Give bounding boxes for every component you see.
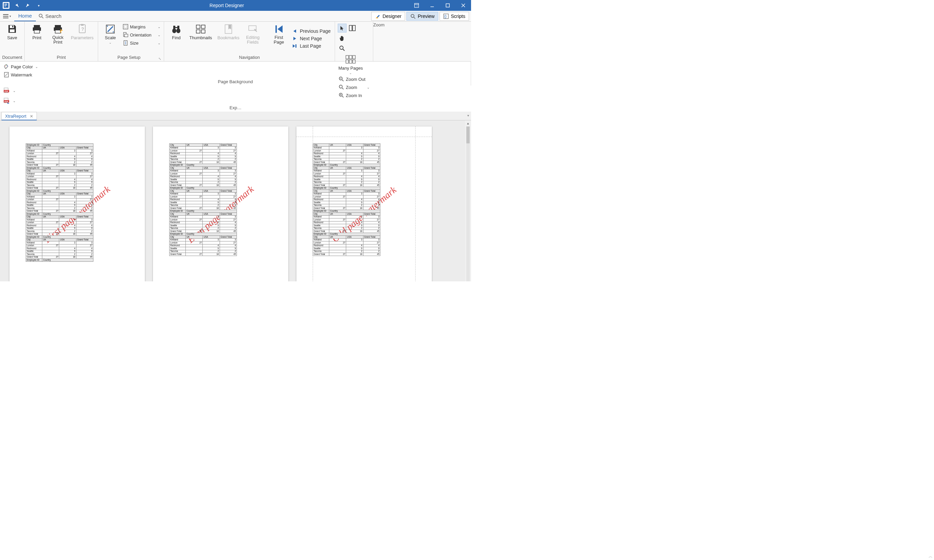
svg-rect-36 — [175, 27, 177, 28]
thumbnails-button[interactable]: Thumbnails — [187, 23, 214, 41]
thumbnails-icon — [195, 24, 206, 34]
scripts-icon: {} — [443, 14, 449, 19]
preview-page[interactable]: First page watermark Employee IDCountryC… — [9, 126, 145, 282]
svg-text:PDF: PDF — [5, 100, 8, 103]
app-icon[interactable] — [2, 1, 11, 10]
single-page-view-button[interactable] — [348, 24, 357, 32]
svg-rect-38 — [201, 25, 205, 28]
watermark-button[interactable]: Watermark — [2, 71, 39, 78]
title-bar: ▾ Report Designer — [0, 0, 471, 11]
ribbon-group-page-setup: Scale ⌄ Margins ⌄ Orientation ⌄ Size ⌄ — [98, 22, 164, 61]
ribbon-search[interactable]: Search — [36, 13, 64, 19]
many-pages-button[interactable]: Many Pages ⌄ — [337, 54, 364, 75]
svg-point-58 — [339, 85, 342, 88]
orientation-button[interactable]: Orientation ⌄ — [121, 31, 162, 38]
zoom-dropdown[interactable]: Zoom ⌄ — [337, 83, 371, 91]
svg-line-61 — [342, 96, 344, 97]
view-tab-scripts[interactable]: {} Scripts — [439, 12, 469, 21]
scale-icon — [105, 24, 116, 34]
close-button[interactable] — [456, 0, 471, 11]
zoom-out-icon — [338, 76, 345, 82]
ribbon: Save Document Print QuickPrint ? — [0, 22, 471, 62]
page-setup-dialog-launcher[interactable]: ⤡ — [158, 57, 162, 60]
margins-icon — [122, 24, 129, 30]
svg-rect-43 — [276, 25, 277, 33]
ribbon-group-page-background: Page Color ⌄ Watermark Page Background — [0, 62, 471, 86]
pages-container[interactable]: First page watermark Employee IDCountryC… — [0, 120, 471, 282]
size-icon — [122, 40, 129, 46]
svg-point-66 — [7, 66, 8, 66]
svg-line-56 — [342, 80, 344, 81]
svg-rect-45 — [349, 25, 352, 31]
undo-button[interactable] — [12, 1, 22, 10]
export-pdf-send-button[interactable]: PDF ⌄ — [2, 97, 17, 105]
preview-area: First page watermark Employee IDCountryC… — [0, 120, 471, 282]
svg-rect-19 — [34, 30, 40, 33]
report-table: CityUKUSAGrand TotalKirkland33London2727… — [169, 143, 237, 256]
svg-rect-34 — [173, 26, 175, 29]
editing-fields-button[interactable]: EditingFields — [243, 23, 263, 46]
preview-page[interactable]: Even page watermark CityUKUSAGrand Total… — [153, 126, 288, 282]
svg-line-48 — [343, 49, 345, 51]
size-button[interactable]: Size ⌄ — [121, 39, 162, 47]
export-pdf-button[interactable]: PDF ⌄ — [2, 87, 17, 94]
scale-button[interactable]: Scale ⌄ — [100, 23, 120, 45]
quick-print-button[interactable]: QuickPrint — [48, 23, 68, 46]
last-page-button[interactable]: Last Page — [290, 43, 333, 49]
magnifier-tool-button[interactable] — [338, 44, 347, 53]
svg-point-64 — [5, 66, 6, 66]
ribbon-group-export: PDF ⌄ PDF ⌄ Exp… — [0, 86, 471, 112]
first-page-button[interactable]: FirstPage — [269, 23, 289, 46]
bookmark-icon — [223, 24, 234, 34]
orientation-icon — [122, 32, 129, 38]
previous-page-button[interactable]: Previous Page — [290, 28, 333, 34]
margins-button[interactable]: Margins ⌄ — [121, 23, 162, 31]
hand-tool-button[interactable] — [338, 34, 347, 43]
save-button[interactable]: Save — [2, 23, 22, 41]
ribbon-group-zoom: Many Pages ⌄ Zoom Out Zoom ⌄ Zoom In — [335, 22, 373, 61]
close-tab-icon[interactable]: ✕ — [30, 114, 33, 119]
svg-rect-30 — [125, 34, 128, 37]
bookmarks-button[interactable]: Bookmarks — [215, 23, 242, 41]
page-color-button[interactable]: Page Color ⌄ — [2, 63, 39, 70]
svg-line-59 — [342, 88, 344, 89]
pdf-icon: PDF — [3, 88, 9, 94]
maximize-button[interactable] — [440, 0, 456, 11]
view-tab-preview[interactable]: Preview — [407, 12, 438, 21]
svg-point-32 — [172, 28, 176, 33]
svg-point-65 — [6, 65, 7, 66]
svg-text:{}: {} — [444, 15, 447, 18]
ribbon-display-options[interactable] — [409, 0, 424, 11]
svg-rect-15 — [10, 29, 15, 32]
view-tab-designer[interactable]: Designer — [371, 12, 405, 21]
ribbon-group-document: Save Document — [0, 22, 25, 61]
print-button[interactable]: Print — [27, 23, 47, 41]
tab-home[interactable]: Home — [14, 11, 36, 21]
zoom-icon — [338, 84, 345, 90]
zoom-out-button[interactable]: Zoom Out — [337, 75, 371, 83]
editing-fields-icon — [247, 24, 258, 34]
window-controls — [409, 0, 471, 11]
find-button[interactable]: Find — [166, 23, 186, 41]
last-page-icon — [292, 44, 298, 48]
window-title: Report Designer — [45, 3, 409, 8]
svg-rect-44 — [296, 44, 296, 48]
file-menu-button[interactable]: ▾ — [2, 12, 11, 20]
report-table: CityUKUSAGrand TotalKirkland33London2727… — [313, 143, 381, 256]
qat-customize[interactable]: ▾ — [34, 1, 43, 10]
scroll-up-icon[interactable]: ▲ — [465, 120, 471, 126]
page-color-icon — [3, 63, 9, 70]
tab-overflow-button[interactable]: ▾ — [467, 114, 469, 117]
preview-page[interactable]: Odd page watermark CityUKUSAGrand TotalK… — [296, 126, 432, 282]
zoom-in-button[interactable]: Zoom In — [337, 92, 371, 99]
minimize-button[interactable] — [424, 0, 440, 11]
vertical-scrollbar[interactable]: ▲ ▼ — [465, 120, 471, 282]
pointer-tool-button[interactable] — [338, 24, 347, 32]
svg-text:PDF: PDF — [5, 90, 8, 92]
first-page-icon — [273, 24, 284, 34]
next-page-button[interactable]: Next Page — [290, 35, 333, 42]
parameters-button[interactable]: ? Parameters — [69, 23, 96, 41]
redo-button[interactable] — [23, 1, 32, 10]
document-tab[interactable]: XtraReport ✕ — [2, 112, 37, 120]
svg-point-47 — [340, 46, 343, 49]
